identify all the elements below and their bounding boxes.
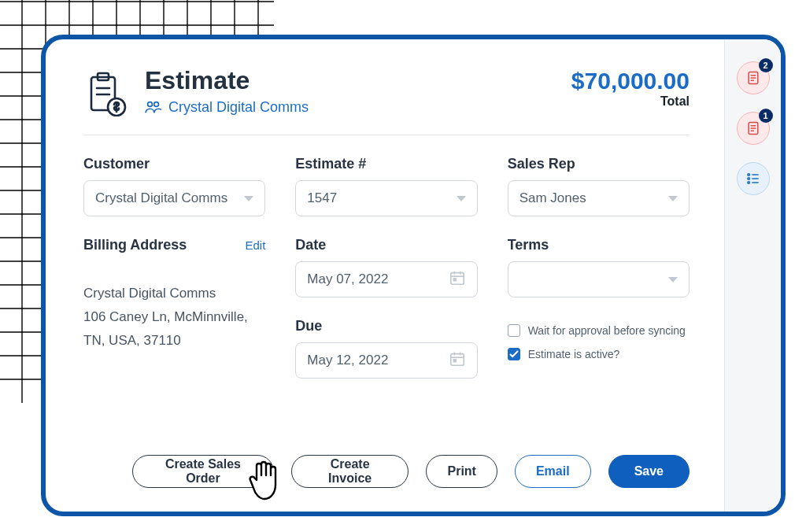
svg-point-35 xyxy=(154,102,159,107)
estimate-number-value: 1547 xyxy=(307,190,337,206)
chevron-down-icon xyxy=(668,277,678,283)
customer-value: Crystal Digital Comms xyxy=(95,190,227,206)
svg-rect-40 xyxy=(453,279,456,281)
billing-line3: TN, USA, 37110 xyxy=(83,329,265,353)
due-label: Due xyxy=(295,318,477,334)
terms-select[interactable] xyxy=(508,261,690,297)
footer-actions: Create Sales Order Create Invoice Print … xyxy=(83,441,690,488)
create-invoice-button[interactable]: Create Invoice xyxy=(291,455,409,488)
svg-point-54 xyxy=(747,174,749,176)
customer-field: Customer Crystal Digital Comms xyxy=(83,156,265,216)
wait-approval-checkbox[interactable]: Wait for approval before syncing xyxy=(508,324,690,337)
total-label: Total xyxy=(571,94,690,109)
sidebar-doc-button-1[interactable]: 2 xyxy=(737,61,770,94)
billing-line2: 106 Caney Ln, McMinnville, xyxy=(83,305,265,329)
sales-rep-select[interactable]: Sam Jones xyxy=(508,180,690,216)
chevron-down-icon xyxy=(457,196,466,201)
chevron-down-icon xyxy=(668,196,678,201)
svg-rect-41 xyxy=(450,353,464,365)
estimate-number-select[interactable]: 1547 xyxy=(295,180,477,216)
main-content: Estimate Crystal Digital Comms $70,000.0… xyxy=(46,39,724,512)
sidebar-list-button[interactable] xyxy=(737,162,770,195)
svg-point-34 xyxy=(148,102,153,107)
terms-label: Terms xyxy=(508,237,690,253)
form-grid: Customer Crystal Digital Comms Billing A… xyxy=(83,156,690,379)
cursor-pointer-icon xyxy=(249,458,290,504)
badge-count: 2 xyxy=(759,58,773,72)
customer-name: Crystal Digital Comms xyxy=(168,99,309,116)
page-title: Estimate xyxy=(145,68,571,94)
header: Estimate Crystal Digital Comms $70,000.0… xyxy=(83,68,690,117)
wait-approval-label: Wait for approval before syncing xyxy=(528,324,686,337)
total-block: $70,000.00 Total xyxy=(571,68,690,109)
total-amount: $70,000.00 xyxy=(571,68,690,94)
is-active-checkbox[interactable]: Estimate is active? xyxy=(508,348,690,360)
is-active-label: Estimate is active? xyxy=(528,348,620,360)
billing-address-block: Billing Address Edit Crystal Digital Com… xyxy=(83,237,265,352)
document-icon xyxy=(745,120,761,136)
svg-rect-36 xyxy=(450,272,464,284)
billing-label: Billing Address xyxy=(83,237,187,253)
header-divider xyxy=(83,135,690,135)
due-value: May 12, 2022 xyxy=(307,353,388,368)
customer-label: Customer xyxy=(83,156,265,172)
edit-billing-link[interactable]: Edit xyxy=(245,238,265,252)
checkbox-checked-icon xyxy=(508,348,520,360)
customer-link[interactable]: Crystal Digital Comms xyxy=(145,99,309,116)
chevron-down-icon xyxy=(244,196,253,201)
right-sidebar: 2 1 xyxy=(724,39,781,512)
list-icon xyxy=(745,171,761,187)
svg-rect-45 xyxy=(453,360,456,362)
customer-select[interactable]: Crystal Digital Comms xyxy=(83,180,265,216)
calendar-icon xyxy=(449,269,466,290)
sales-rep-value: Sam Jones xyxy=(519,190,586,206)
date-label: Date xyxy=(295,237,477,253)
estimate-number-label: Estimate # xyxy=(295,156,477,172)
document-icon xyxy=(745,70,761,86)
email-button[interactable]: Email xyxy=(515,455,591,488)
clipboard-dollar-icon xyxy=(83,71,129,116)
print-button[interactable]: Print xyxy=(426,455,497,488)
sidebar-doc-button-2[interactable]: 1 xyxy=(737,112,770,145)
billing-line1: Crystal Digital Comms xyxy=(83,282,265,305)
badge-count: 1 xyxy=(759,109,773,123)
date-value: May 07, 2022 xyxy=(307,272,388,287)
checkbox-unchecked-icon xyxy=(508,324,520,337)
save-button[interactable]: Save xyxy=(608,455,690,488)
people-icon xyxy=(145,100,162,114)
calendar-icon xyxy=(449,350,466,371)
date-input[interactable]: May 07, 2022 xyxy=(295,261,477,297)
svg-point-58 xyxy=(747,182,749,184)
svg-point-56 xyxy=(747,178,749,180)
estimate-window: Estimate Crystal Digital Comms $70,000.0… xyxy=(41,35,786,516)
due-input[interactable]: May 12, 2022 xyxy=(295,342,477,379)
sales-rep-label: Sales Rep xyxy=(508,156,690,172)
